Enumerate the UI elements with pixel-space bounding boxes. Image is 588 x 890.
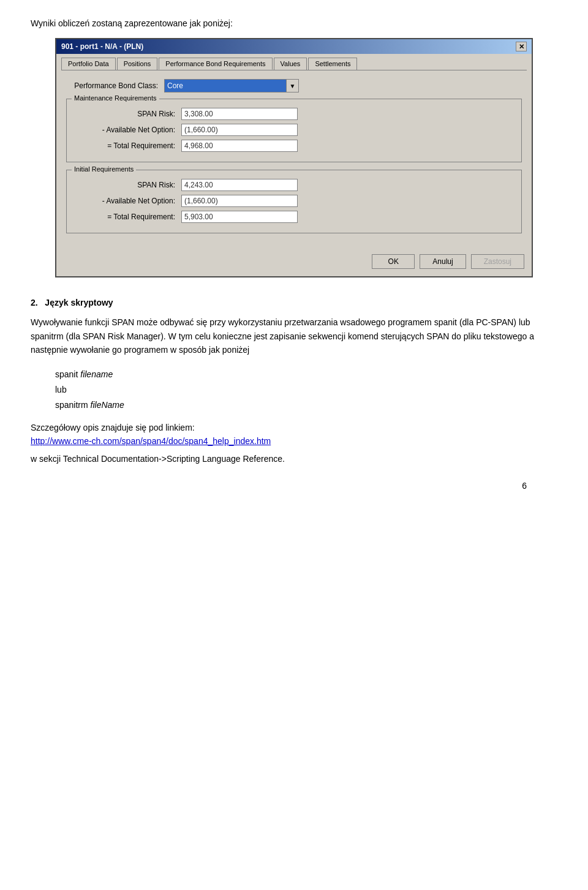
tab-performance-bond[interactable]: Performance Bond Requirements: [159, 58, 272, 70]
documentation-link[interactable]: http://www.cme-ch.com/span/span4/doc/spa…: [31, 436, 271, 446]
link-paragraph: http://www.cme-ch.com/span/span4/doc/spa…: [31, 436, 557, 446]
initial-available-net-label: - Available Net Option:: [74, 197, 181, 205]
tab-portfolio-data[interactable]: Portfolio Data: [61, 58, 116, 70]
maintenance-total-req-row: = Total Requirement:: [74, 140, 514, 152]
dialog-window: 901 - port1 - N/A - (PLN) ✕ Portfolio Da…: [55, 38, 533, 277]
tab-performance-bond-label: Performance Bond Requirements: [165, 60, 265, 67]
close-icon: ✕: [519, 43, 524, 51]
maintenance-requirements-group: Maintenance Requirements SPAN Risk: - Av…: [66, 99, 522, 162]
maintenance-group-content: SPAN Risk: - Available Net Option: = Tot…: [74, 108, 514, 152]
maintenance-span-risk-row: SPAN Risk:: [74, 108, 514, 120]
initial-group-content: SPAN Risk: - Available Net Option: = Tot…: [74, 179, 514, 223]
maintenance-span-risk-input[interactable]: [181, 108, 298, 120]
initial-available-net-input[interactable]: [181, 195, 298, 207]
code-block: spanit filename lub spanitrm fileName: [55, 367, 557, 413]
tab-values[interactable]: Values: [274, 58, 307, 70]
maintenance-span-risk-label: SPAN Risk:: [74, 110, 181, 118]
code-spanit-label: spanit: [55, 369, 80, 379]
tab-settlements[interactable]: Settlements: [308, 58, 357, 70]
tab-values-label: Values: [281, 60, 301, 67]
initial-total-req-row: = Total Requirement:: [74, 211, 514, 223]
section2-number: 2.: [31, 298, 38, 307]
performance-bond-class-row: Performance Bond Class: Core ▼: [66, 79, 522, 92]
detail-label: Szczegółowy opis znajduje się pod linkie…: [31, 423, 557, 432]
dialog-footer: OK Anuluj Zastosuj: [56, 249, 532, 276]
section2-paragraph1: Wywoływanie funkcji SPAN może odbywać si…: [31, 315, 557, 356]
initial-span-risk-label: SPAN Risk:: [74, 181, 181, 189]
section2: 2. Język skryptowy Wywoływanie funkcji S…: [31, 296, 557, 466]
tab-positions-label: Positions: [124, 60, 151, 67]
code-line3: spanitrm fileName: [55, 398, 557, 413]
initial-available-net-row: - Available Net Option:: [74, 195, 514, 207]
intro-text: Wyniki obliczeń zostaną zaprezentowane j…: [31, 18, 557, 28]
code-spanitrm-filename: fileName: [91, 400, 124, 410]
maintenance-available-net-row: - Available Net Option:: [74, 124, 514, 136]
maintenance-total-req-label: = Total Requirement:: [74, 141, 181, 150]
section2-intro: 2. Język skryptowy: [31, 296, 557, 309]
code-lub-label: lub: [55, 385, 67, 394]
apply-button[interactable]: Zastosuj: [471, 254, 524, 269]
dialog-titlebar: 901 - port1 - N/A - (PLN) ✕: [56, 39, 532, 54]
footer-text: w sekcji Technical Documentation->Script…: [31, 452, 557, 466]
tab-settlements-label: Settlements: [315, 60, 350, 67]
performance-bond-class-label: Performance Bond Class:: [66, 81, 164, 90]
dialog-content: Performance Bond Class: Core ▼ Maintenan…: [56, 70, 532, 249]
code-spanit-filename: filename: [80, 369, 113, 379]
performance-bond-class-value: Core: [165, 80, 286, 92]
page-footer: 6: [31, 472, 557, 509]
code-spanitrm-label: spanitrm: [55, 400, 91, 410]
page-number: 6: [522, 481, 527, 491]
ok-button[interactable]: OK: [372, 254, 415, 269]
initial-group-title: Initial Requirements: [72, 165, 136, 173]
maintenance-total-req-input[interactable]: [181, 140, 298, 152]
tab-positions[interactable]: Positions: [117, 58, 158, 70]
performance-bond-class-dropdown[interactable]: Core ▼: [164, 79, 299, 92]
initial-requirements-group: Initial Requirements SPAN Risk: - Availa…: [66, 170, 522, 233]
code-line2: lub: [55, 382, 557, 398]
maintenance-available-net-label: - Available Net Option:: [74, 126, 181, 134]
maintenance-group-title: Maintenance Requirements: [72, 94, 159, 102]
cancel-button[interactable]: Anuluj: [420, 254, 466, 269]
maintenance-available-net-input[interactable]: [181, 124, 298, 136]
initial-total-req-label: = Total Requirement:: [74, 213, 181, 221]
section2-heading: Język skryptowy: [45, 298, 113, 307]
initial-span-risk-input[interactable]: [181, 179, 298, 191]
dialog-tabs: Portfolio Data Positions Performance Bon…: [56, 54, 532, 70]
tab-portfolio-data-label: Portfolio Data: [68, 60, 109, 67]
dropdown-arrow-icon[interactable]: ▼: [286, 80, 298, 92]
initial-span-risk-row: SPAN Risk:: [74, 179, 514, 191]
close-button[interactable]: ✕: [516, 42, 527, 51]
initial-total-req-input[interactable]: [181, 211, 298, 223]
code-line1: spanit filename: [55, 367, 557, 382]
dialog-title: 901 - port1 - N/A - (PLN): [61, 42, 143, 51]
